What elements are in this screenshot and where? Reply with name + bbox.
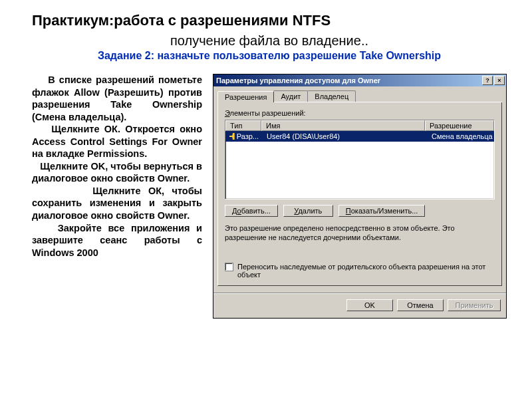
separator [213, 293, 506, 294]
dialog-title: Параметры управления доступом для Owner [216, 76, 481, 84]
permission-list[interactable]: Тип Имя Разрешение Разр... User84 (DISA\… [225, 120, 495, 200]
slide-task: Задание 2: назначьте пользователю разреш… [32, 50, 507, 62]
tab-permissions[interactable]: Разрешения [217, 91, 274, 102]
slide-subtitle: получение файла во владение.. [32, 33, 507, 49]
row-type: Разр... [237, 132, 259, 140]
tab-owner[interactable]: Владелец [307, 90, 356, 102]
inheritance-note: Это разрешение определено непосредственн… [225, 223, 495, 243]
view-edit-button[interactable]: Показать/Изменить... [338, 205, 426, 217]
remove-button[interactable]: Удалить [283, 205, 333, 217]
titlebar[interactable]: Параметры управления доступом для Owner … [213, 74, 506, 86]
column-name[interactable]: Имя [261, 120, 425, 131]
acl-dialog: Параметры управления доступом для Owner … [213, 74, 507, 319]
row-permission: Смена владельца [428, 132, 494, 140]
slide-title: Практикум:работа с разрешениями NTFS [32, 12, 507, 29]
row-name: User84 (DISA\User84) [263, 132, 428, 140]
ok-button[interactable]: OK [346, 299, 393, 311]
column-permission[interactable]: Разрешение [425, 120, 494, 131]
column-type[interactable]: Тип [225, 120, 261, 131]
permission-row[interactable]: Разр... User84 (DISA\User84) Смена владе… [225, 131, 494, 142]
inherit-checkbox-label: Переносить наследуемые от родительского … [237, 263, 495, 279]
instruction-text: В списке разрешений пометьте флажок Allo… [32, 74, 202, 319]
apply-button[interactable]: Применить [448, 299, 501, 311]
add-button[interactable]: Добавить... [225, 205, 278, 217]
inherit-checkbox[interactable] [225, 263, 233, 271]
close-button[interactable]: × [494, 76, 505, 85]
list-label: Элементы разрешений: [225, 109, 495, 117]
tab-strip: Разрешения Аудит Владелец [217, 90, 502, 102]
help-button[interactable]: ? [482, 76, 493, 85]
cancel-button[interactable]: Отмена [397, 299, 444, 311]
key-icon [229, 133, 235, 140]
tab-audit[interactable]: Аудит [273, 90, 308, 102]
